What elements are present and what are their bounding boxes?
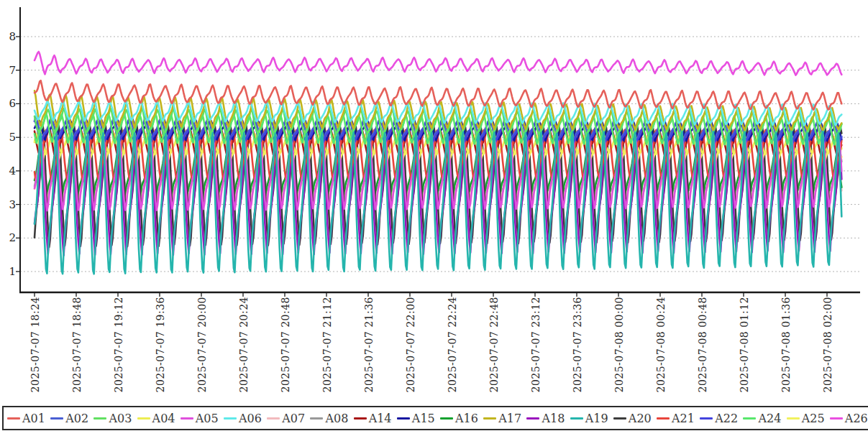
legend-swatch-icon xyxy=(613,417,626,420)
legend-label: A02 xyxy=(65,412,88,425)
legend-swatch-icon xyxy=(483,417,496,420)
legend-swatch-icon xyxy=(354,417,367,420)
y-tick-label: 7 xyxy=(0,64,16,77)
legend-label: A18 xyxy=(542,412,565,425)
x-tick-label: 2025-07-07 23:12 xyxy=(530,297,542,393)
legend-label: A03 xyxy=(109,412,132,425)
legend-label: A19 xyxy=(585,412,608,425)
legend-item-A03: A03 xyxy=(93,412,132,425)
legend-item-A17: A17 xyxy=(483,412,521,425)
x-tick-label: 2025-07-08 01:36 xyxy=(780,297,792,393)
x-tick-label: 2025-07-08 00:24 xyxy=(655,297,667,393)
y-tick-label: 6 xyxy=(0,97,16,110)
legend-item-A15: A15 xyxy=(397,412,435,425)
legend-swatch-icon xyxy=(397,417,410,420)
legend: A01A02A03A04A05A06A07A08A14A15A16A17A18A… xyxy=(2,406,868,430)
y-tick-label: 4 xyxy=(0,164,16,177)
legend-label: A01 xyxy=(22,412,45,425)
legend-label: A04 xyxy=(152,412,175,425)
x-tick-label: 2025-07-07 18:24 xyxy=(29,297,41,393)
legend-swatch-icon xyxy=(440,417,453,420)
legend-item-A01: A01 xyxy=(7,412,45,425)
legend-item-A06: A06 xyxy=(224,412,262,425)
x-tick-label: 2025-07-07 20:24 xyxy=(238,297,250,393)
legend-swatch-icon xyxy=(310,417,323,420)
x-tick-label: 2025-07-07 21:12 xyxy=(321,297,333,393)
x-tick-label: 2025-07-07 22:00 xyxy=(405,297,416,393)
x-tick-label: 2025-07-07 18:48 xyxy=(71,297,83,393)
legend-swatch-icon xyxy=(7,417,20,420)
x-tick-label: 2025-07-07 22:48 xyxy=(488,297,500,393)
legend-item-A04: A04 xyxy=(137,412,175,425)
legend-label: A16 xyxy=(455,412,478,425)
x-tick-label: 2025-07-07 20:48 xyxy=(280,297,291,393)
legend-item-A05: A05 xyxy=(181,412,219,425)
legend-label: A20 xyxy=(629,412,652,425)
legend-label: A21 xyxy=(672,412,695,425)
legend-swatch-icon xyxy=(657,417,670,420)
legend-label: A17 xyxy=(498,412,521,425)
x-tick-label: 2025-07-08 00:48 xyxy=(697,297,708,393)
y-tick-label: 1 xyxy=(0,265,16,278)
x-tick-label: 2025-07-08 01:12 xyxy=(739,297,750,393)
x-tick-label: 2025-07-08 02:00 xyxy=(822,297,833,393)
x-tick-label: 2025-07-07 19:36 xyxy=(155,297,166,393)
legend-item-A19: A19 xyxy=(570,412,608,425)
legend-label: A15 xyxy=(412,412,435,425)
legend-item-A25: A25 xyxy=(787,412,825,425)
legend-swatch-icon xyxy=(700,417,713,420)
legend-swatch-icon xyxy=(830,417,843,420)
legend-swatch-icon xyxy=(743,417,756,420)
y-tick-label: 3 xyxy=(0,198,16,211)
legend-swatch-icon xyxy=(181,417,193,420)
x-tick-label: 2025-07-07 20:00 xyxy=(196,297,208,393)
legend-swatch-icon xyxy=(787,417,800,420)
legend-item-A02: A02 xyxy=(50,412,88,425)
series-line-A26 xyxy=(35,52,841,75)
y-tick-label: 5 xyxy=(0,131,16,144)
legend-swatch-icon xyxy=(50,417,63,420)
legend-item-A20: A20 xyxy=(613,412,652,425)
legend-item-A21: A21 xyxy=(657,412,695,425)
x-tick-label: 2025-07-07 22:24 xyxy=(447,297,458,393)
legend-label: A22 xyxy=(715,412,738,425)
y-tick-label: 2 xyxy=(0,231,16,244)
y-tick-label: 8 xyxy=(0,30,16,43)
legend-item-A07: A07 xyxy=(267,412,305,425)
legend-swatch-icon xyxy=(93,417,106,420)
legend-swatch-icon xyxy=(224,417,237,420)
legend-label: A14 xyxy=(369,412,392,425)
legend-label: A08 xyxy=(325,412,348,425)
legend-item-A16: A16 xyxy=(440,412,478,425)
legend-item-A14: A14 xyxy=(354,412,392,425)
legend-swatch-icon xyxy=(570,417,583,420)
legend-label: A24 xyxy=(758,412,781,425)
legend-label: A26 xyxy=(845,412,868,425)
legend-item-A22: A22 xyxy=(700,412,738,425)
x-tick-label: 2025-07-07 19:12 xyxy=(113,297,124,393)
x-tick-label: 2025-07-07 23:36 xyxy=(572,297,583,393)
legend-label: A06 xyxy=(239,412,262,425)
x-tick-label: 2025-07-07 21:36 xyxy=(363,297,375,393)
line-chart: 12345678 2025-07-07 18:242025-07-07 18:4… xyxy=(0,0,868,431)
legend-swatch-icon xyxy=(137,417,150,420)
legend-label: A25 xyxy=(802,412,825,425)
x-tick-label: 2025-07-08 00:00 xyxy=(613,297,625,393)
legend-item-A24: A24 xyxy=(743,412,781,425)
legend-label: A05 xyxy=(196,412,219,425)
legend-item-A26: A26 xyxy=(830,412,868,425)
legend-item-A08: A08 xyxy=(310,412,348,425)
legend-item-A18: A18 xyxy=(526,412,565,425)
legend-swatch-icon xyxy=(526,417,539,420)
legend-label: A07 xyxy=(282,412,305,425)
legend-swatch-icon xyxy=(267,417,280,420)
